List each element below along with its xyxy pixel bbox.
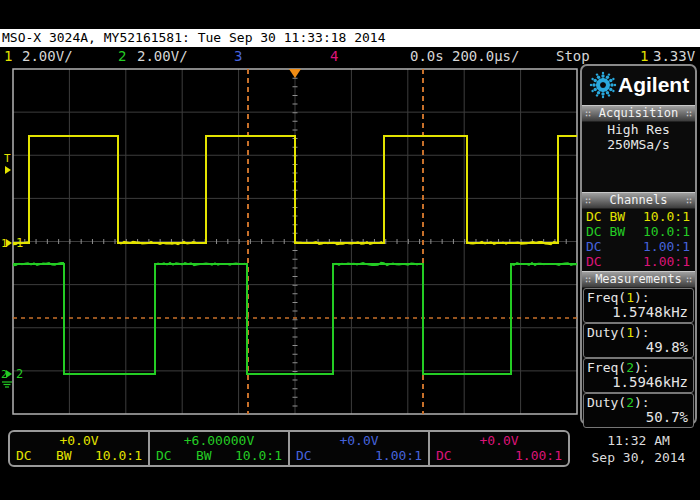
clock: 11:32 AM Sep 30, 2014	[580, 432, 697, 468]
horizontal-delay[interactable]: 0.0s	[410, 48, 444, 64]
model-serial-datetime: MSO-X 3024A, MY52161581: Tue Sep 30 11:3…	[2, 30, 386, 45]
trigger-level-letter: T	[4, 152, 11, 165]
ch2-scale[interactable]: 2.00V/	[137, 48, 188, 64]
title-band: MSO-X 3024A, MY52161581: Tue Sep 30 11:3…	[0, 29, 700, 47]
measurement-freq1[interactable]: Freq(1): 1.5748kHz	[583, 288, 694, 323]
measurement-duty2[interactable]: Duty(2): 50.7%	[583, 393, 694, 428]
grip-icon: ∷	[686, 272, 692, 287]
ch2-trace-label: 2	[16, 367, 23, 381]
grip-icon: ∷	[585, 193, 591, 208]
sample-rate: 250MSa/s	[582, 137, 695, 152]
ch1-ground-arrow-icon	[6, 239, 12, 247]
channels-header[interactable]: ∷ Channels ∷	[582, 192, 695, 209]
grip-icon: ∷	[686, 193, 692, 208]
grip-icon: ∷	[686, 106, 692, 121]
agilent-starburst-icon	[588, 70, 618, 100]
channel-row-1[interactable]: DC BW 10.0:1	[582, 209, 695, 224]
date: Sep 30, 2014	[580, 449, 697, 466]
oscilloscope-screen: MSO-X 3024A, MY52161581: Tue Sep 30 11:3…	[0, 0, 700, 500]
duty1-value: 49.8%	[646, 339, 688, 355]
acquisition-state: Stop	[556, 48, 590, 64]
grip-icon: ∷	[585, 106, 591, 121]
time: 11:32 AM	[580, 432, 697, 449]
ch4-settings-box[interactable]: +0.0V DC1.00:1	[430, 432, 568, 465]
sidebar: Agilent ∷ Acquisition ∷ High Res 250MSa/…	[580, 64, 697, 425]
measurement-freq2[interactable]: Freq(2): 1.5946kHz	[583, 358, 694, 393]
channel-settings-bar: +0.0V DCBW10.0:1 +6.00000V DCBW10.0:1 +0…	[8, 430, 570, 467]
ch3-offset: +0.0V	[290, 433, 428, 448]
measurements-header[interactable]: ∷ Measurements ∷	[582, 271, 695, 288]
ch2-offset: +6.00000V	[150, 433, 288, 448]
freq2-value: 1.5946kHz	[612, 374, 688, 390]
ch1-settings-box[interactable]: +0.0V DCBW10.0:1	[10, 432, 150, 465]
ch2-settings-box[interactable]: +6.00000V DCBW10.0:1	[150, 432, 290, 465]
channel-row-4[interactable]: DC 1.00:1	[582, 254, 695, 269]
waveform-display: T1122	[0, 66, 578, 428]
trigger-level[interactable]: 3.33V	[653, 48, 695, 64]
channel-row-2[interactable]: DC BW 10.0:1	[582, 224, 695, 239]
ch1-status-number[interactable]: 1	[4, 48, 12, 64]
trigger-level-arrow-icon	[5, 166, 11, 174]
ch1-offset: +0.0V	[10, 433, 148, 448]
ch4-offset: +0.0V	[430, 433, 568, 448]
ch3-settings-box[interactable]: +0.0V DC1.00:1	[290, 432, 430, 465]
trigger-source[interactable]: 1	[640, 48, 648, 64]
timebase[interactable]: 200.0µs/	[452, 48, 519, 64]
acquisition-header[interactable]: ∷ Acquisition ∷	[582, 105, 695, 122]
ch4-status-number[interactable]: 4	[330, 48, 338, 64]
acquisition-mode: High Res	[582, 122, 695, 137]
ch1-trace-label: 1	[16, 236, 23, 250]
freq1-value: 1.5748kHz	[612, 304, 688, 320]
trigger-position-marker	[289, 69, 301, 78]
ch1-trace	[13, 136, 577, 243]
grip-icon: ∷	[585, 272, 591, 287]
measurement-duty1[interactable]: Duty(1): 49.8%	[583, 323, 694, 358]
duty2-value: 50.7%	[646, 409, 688, 425]
ch2-ground-arrow-icon	[6, 370, 12, 378]
brand-area: Agilent	[582, 66, 695, 105]
ch1-scale[interactable]: 2.00V/	[22, 48, 73, 64]
ch3-status-number[interactable]: 3	[234, 48, 242, 64]
channel-row-3[interactable]: DC 1.00:1	[582, 239, 695, 254]
ch2-status-number[interactable]: 2	[118, 48, 126, 64]
brand-name: Agilent	[618, 73, 689, 97]
